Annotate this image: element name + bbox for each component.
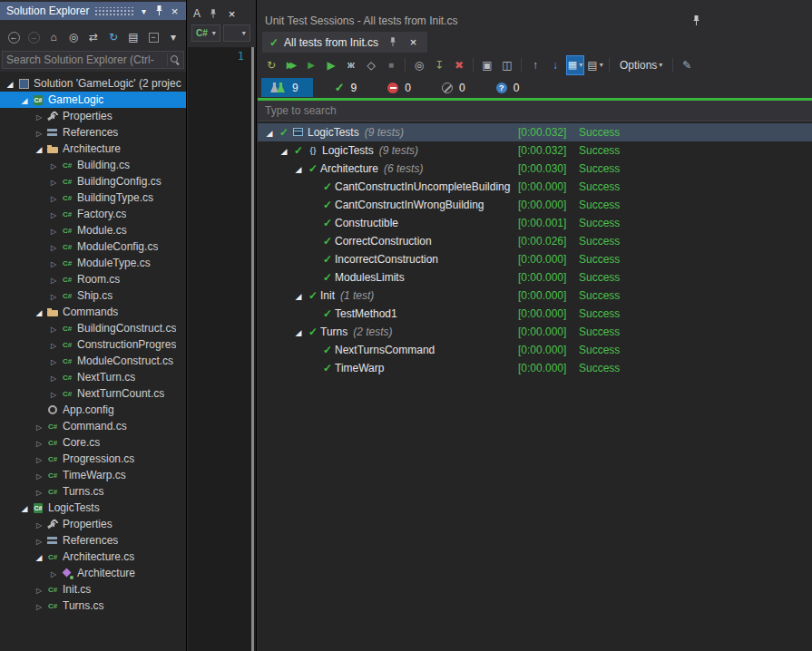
- code-editor[interactable]: 1: [188, 47, 256, 651]
- test-tree-item[interactable]: ModulesLimits [0:00.000] Success: [258, 268, 812, 287]
- test-tree-item[interactable]: Init (1 test) [0:00.000] Success: [258, 287, 812, 305]
- pin-icon[interactable]: [206, 7, 220, 21]
- pin-icon[interactable]: [386, 35, 399, 49]
- expander-icon[interactable]: [33, 550, 45, 563]
- solution-tree-item[interactable]: Architecture.cs: [0, 549, 186, 565]
- expander-icon[interactable]: [33, 436, 45, 449]
- solution-search-input[interactable]: [3, 53, 167, 66]
- expander-icon[interactable]: [291, 289, 306, 302]
- run-current-session-icon[interactable]: ▶: [303, 56, 319, 74]
- expander-icon[interactable]: [47, 371, 60, 384]
- export-icon[interactable]: ▤ ▾: [587, 56, 603, 74]
- expander-icon[interactable]: [33, 485, 45, 498]
- solution-tree-item[interactable]: ModuleConstruct.cs: [0, 353, 186, 369]
- cover-tests-icon[interactable]: ◇: [363, 56, 379, 74]
- test-search-input[interactable]: [258, 104, 812, 117]
- solution-tree-item[interactable]: Turns.cs: [0, 483, 186, 500]
- expander-icon[interactable]: [47, 387, 60, 400]
- expander-icon[interactable]: [47, 338, 60, 351]
- solution-tree-item[interactable]: Properties: [0, 516, 186, 532]
- expander-icon[interactable]: [291, 162, 306, 175]
- solution-tree-item[interactable]: BuildingType.cs: [0, 189, 186, 206]
- solution-tree-item[interactable]: References: [0, 532, 186, 549]
- repeat-previous-run-icon[interactable]: ↻: [263, 56, 279, 74]
- test-tree-item[interactable]: TimeWarp [0:00.000] Success: [258, 359, 812, 377]
- solution-tree-item[interactable]: ModuleType.cs: [0, 255, 186, 271]
- expander-icon[interactable]: [33, 469, 45, 481]
- test-tree-item[interactable]: NextTurnsCommand [0:00.000] Success: [258, 341, 812, 359]
- expander-icon[interactable]: [4, 77, 16, 90]
- expander-icon[interactable]: [291, 326, 306, 338]
- back-icon[interactable]: ←: [5, 28, 22, 46]
- expander-icon[interactable]: [18, 93, 31, 106]
- expander-icon[interactable]: [33, 142, 45, 155]
- test-tree-item[interactable]: CantConstructInWrongBuilding [0:00.000] …: [258, 196, 812, 214]
- solution-tree-item[interactable]: Core.cs: [0, 434, 186, 451]
- refresh-icon[interactable]: ↻: [105, 28, 122, 46]
- test-tree-item[interactable]: Constructible [0:00.001] Success: [258, 214, 812, 232]
- expander-icon[interactable]: [33, 583, 45, 596]
- expander-icon[interactable]: [33, 126, 45, 139]
- expander-icon[interactable]: [47, 322, 60, 335]
- scope-dropdown[interactable]: ▾: [223, 24, 250, 42]
- import-results-icon[interactable]: ↧: [431, 56, 447, 74]
- test-tree-item[interactable]: Architecture (6 tests) [0:00.030] Succes…: [258, 160, 812, 178]
- solution-tree-item[interactable]: TimeWarp.cs: [0, 467, 186, 483]
- expander-icon[interactable]: [47, 273, 60, 286]
- solution-tree-item[interactable]: Commands: [0, 304, 186, 320]
- solution-tree-item[interactable]: LogicTests: [0, 500, 186, 516]
- sync-with-active-document-icon[interactable]: ⇄: [85, 28, 102, 46]
- expander-icon[interactable]: [277, 144, 291, 157]
- counter-ignored[interactable]: 0: [433, 78, 474, 97]
- expander-icon[interactable]: [47, 208, 60, 220]
- expander-icon[interactable]: [262, 126, 277, 139]
- toolbar-overflow-icon[interactable]: ▾: [165, 28, 181, 46]
- counter-total[interactable]: 9: [261, 78, 313, 97]
- profile-tests-icon[interactable]: ◎: [411, 56, 427, 74]
- expander-icon[interactable]: [47, 159, 60, 171]
- group-by-icon[interactable]: ▦ ▾: [567, 56, 583, 74]
- expander-icon[interactable]: [33, 534, 45, 547]
- expander-icon[interactable]: [47, 175, 60, 188]
- expander-icon[interactable]: [33, 110, 45, 122]
- stop-icon[interactable]: ■: [383, 56, 399, 74]
- window-position-chevron-icon[interactable]: [137, 5, 151, 18]
- solution-tree-item[interactable]: NextTurnCount.cs: [0, 385, 186, 402]
- close-icon[interactable]: [406, 35, 420, 49]
- expander-icon[interactable]: [47, 191, 60, 204]
- options-button[interactable]: Options ▾: [615, 56, 667, 74]
- collapse-all-icon[interactable]: −: [145, 28, 161, 46]
- test-sessions-titlebar[interactable]: Unit Test Sessions - All tests from Init…: [258, 0, 812, 29]
- solution-explorer-titlebar[interactable]: Solution Explorer: [0, 2, 186, 20]
- expander-icon[interactable]: [47, 257, 60, 269]
- expander-icon[interactable]: [47, 289, 60, 302]
- solution-tree-item[interactable]: App.config: [0, 402, 186, 418]
- solution-tree-item[interactable]: Factory.cs: [0, 206, 186, 222]
- editor-tab[interactable]: A: [193, 7, 239, 21]
- expander-icon[interactable]: [33, 452, 45, 465]
- solution-tree-item[interactable]: Module.cs: [0, 222, 186, 238]
- solution-tree-item[interactable]: Ship.cs: [0, 287, 186, 304]
- show-all-files-icon[interactable]: ▤: [125, 28, 142, 46]
- next-failed-test-icon[interactable]: ↓: [547, 56, 563, 74]
- solution-tree-item[interactable]: Solution 'GameLogic' (2 projec: [0, 75, 186, 92]
- home-icon[interactable]: ⌂: [45, 28, 62, 46]
- scope-icon[interactable]: ◎: [65, 28, 82, 46]
- expander-icon[interactable]: [33, 420, 45, 432]
- solution-tree-item[interactable]: Architecture: [0, 565, 186, 581]
- expander-icon[interactable]: [47, 355, 60, 367]
- counter-inconclusive[interactable]: 0: [487, 78, 529, 97]
- solution-tree-item[interactable]: BuildingConfig.cs: [0, 173, 186, 189]
- test-tree-item[interactable]: CorrectConstruction [0:00.026] Success: [258, 232, 812, 250]
- expander-icon[interactable]: [47, 224, 60, 237]
- solution-tree-item[interactable]: NextTurn.cs: [0, 369, 186, 385]
- solution-tree-item[interactable]: ConstructionProgres: [0, 336, 186, 353]
- remove-icon[interactable]: ✖: [451, 56, 467, 74]
- expander-icon[interactable]: [18, 501, 31, 514]
- test-tree-item[interactable]: LogicTests (9 tests) [0:00.032] Success: [258, 141, 812, 160]
- solution-tree-item[interactable]: Command.cs: [0, 418, 186, 434]
- unit-test-categories-icon[interactable]: ✎: [679, 56, 695, 74]
- solution-tree-item[interactable]: Architecture: [0, 141, 186, 157]
- solution-tree-item[interactable]: Turns.cs: [0, 598, 186, 614]
- pin-icon[interactable]: [152, 5, 166, 18]
